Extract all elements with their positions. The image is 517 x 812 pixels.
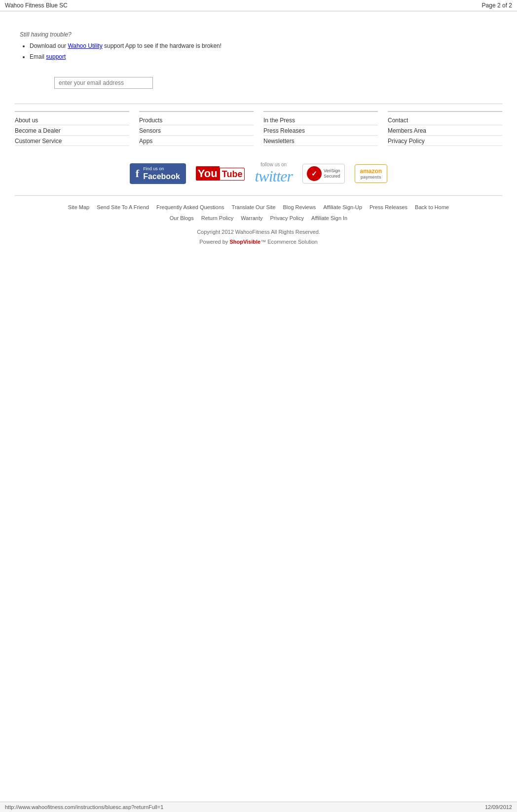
email-input[interactable] [54, 77, 153, 89]
facebook-badge[interactable]: f Find us on Facebook [130, 163, 186, 184]
bottom-link-back-to-home[interactable]: Back to Home [415, 204, 449, 210]
footer-link-sensors[interactable]: Sensors [139, 126, 254, 136]
footer-col-1: About us Become a Dealer Customer Servic… [15, 111, 129, 147]
youtube-tube: Tube [220, 168, 245, 181]
trouble-list: Download our Wahoo Utility support App t… [20, 41, 502, 62]
bottom-links: Site Map Send Site To A Friend Frequentl… [15, 195, 502, 223]
verisign-badge: ✓ VeriSignSecured [302, 164, 345, 184]
footer-col-3: In the Press Press Releases Newsletters [263, 111, 378, 147]
browser-url: http://www.wahoofitness.com/instructions… [5, 804, 163, 810]
browser-date: 12/09/2012 [485, 804, 512, 810]
bottom-link-affiliate-signup[interactable]: Affiliate Sign-Up [323, 204, 362, 210]
trouble-item-2: Email support [30, 52, 502, 63]
footer-col-2-header [139, 111, 254, 114]
facebook-name: Facebook [143, 172, 180, 181]
twitter-logo: twitter [255, 167, 293, 185]
bottom-link-send-site[interactable]: Send Site To A Friend [97, 204, 149, 210]
page-number: Page 2 of 2 [482, 2, 512, 9]
bottom-link-affiliate-signin[interactable]: Affiliate Sign In [311, 215, 347, 221]
footer-col-3-header [263, 111, 378, 114]
amazon-name: amazon [360, 168, 382, 175]
bottom-link-our-blogs[interactable]: Our Blogs [170, 215, 194, 221]
twitter-follow-text: follow us on [260, 162, 287, 167]
support-link[interactable]: support [46, 53, 66, 60]
footer-col-4: Contact Members Area Privacy Policy [388, 111, 502, 147]
copyright-section: Copyright 2012 WahooFitness All Rights R… [15, 227, 502, 247]
bottom-link-translate[interactable]: Translate Our Site [232, 204, 276, 210]
facebook-find-on: Find us on [143, 166, 180, 172]
facebook-text: Find us on Facebook [143, 166, 180, 181]
bottom-link-sitemap[interactable]: Site Map [68, 204, 89, 210]
copyright-powered-suffix: ™ Ecommerce Solution [260, 239, 318, 245]
bottom-link-return-policy[interactable]: Return Policy [201, 215, 233, 221]
email-section [54, 77, 502, 89]
trouble-item-1-suffix: support App to see if the hardware is br… [103, 42, 222, 49]
shopvisible-brand: ShopVisible [229, 239, 260, 245]
footer-col-4-header [388, 111, 502, 114]
facebook-icon: f [136, 167, 139, 180]
bottom-links-row2: Our Blogs Return Policy Warranty Privacy… [15, 213, 502, 223]
footer-link-products[interactable]: Products [139, 116, 254, 125]
verisign-text: VeriSignSecured [324, 168, 340, 180]
trouble-section: Still having trouble? Download our Wahoo… [15, 31, 502, 62]
youtube-badge[interactable]: YouTube [196, 167, 245, 180]
amazon-sub: payments [360, 175, 382, 180]
bottom-link-faq[interactable]: Frequently Asked Questions [156, 204, 224, 210]
bottom-link-warranty[interactable]: Warranty [241, 215, 262, 221]
bottom-link-blog-reviews[interactable]: Blog Reviews [283, 204, 316, 210]
wahoo-utility-link[interactable]: Wahoo Utility [68, 42, 102, 49]
footer-link-in-the-press[interactable]: In the Press [263, 116, 378, 125]
footer-link-contact[interactable]: Contact [388, 116, 502, 125]
trouble-item-1-prefix: Download our [30, 42, 68, 49]
bottom-link-privacy-policy-bottom[interactable]: Privacy Policy [270, 215, 304, 221]
browser-title-bar: Wahoo Fitness Blue SC Page 2 of 2 [0, 0, 517, 11]
footer-col-1-header [15, 111, 129, 114]
youtube-logo: YouTube [196, 167, 245, 180]
footer-link-customer-service[interactable]: Customer Service [15, 137, 129, 146]
trouble-item-1: Download our Wahoo Utility support App t… [30, 41, 502, 52]
footer-link-about-us[interactable]: About us [15, 116, 129, 125]
footer-link-members-area[interactable]: Members Area [388, 126, 502, 136]
amazon-payments-badge: amazon payments [355, 164, 388, 183]
browser-footer-bar: http://www.wahoofitness.com/instructions… [0, 802, 517, 812]
footer-link-apps[interactable]: Apps [139, 137, 254, 146]
copyright-powered-prefix: Powered by [199, 239, 229, 245]
footer-link-privacy-policy[interactable]: Privacy Policy [388, 137, 502, 146]
trouble-title: Still having trouble? [20, 31, 502, 38]
trouble-item-2-prefix: Email [30, 53, 46, 60]
footer-link-become-dealer[interactable]: Become a Dealer [15, 126, 129, 136]
twitter-badge[interactable]: follow us on twitter [255, 162, 293, 185]
social-row: f Find us on Facebook YouTube follow us … [15, 162, 502, 185]
footer-nav: About us Become a Dealer Customer Servic… [15, 104, 502, 147]
footer-link-press-releases[interactable]: Press Releases [263, 126, 378, 136]
youtube-you: You [196, 166, 220, 181]
page-title: Wahoo Fitness Blue SC [5, 2, 68, 9]
footer-link-newsletters[interactable]: Newsletters [263, 137, 378, 146]
copyright-text: Copyright 2012 WahooFitness All Rights R… [15, 227, 502, 237]
verisign-check-icon: ✓ [307, 166, 322, 181]
bottom-link-press-releases[interactable]: Press Releases [369, 204, 407, 210]
bottom-links-row1: Site Map Send Site To A Friend Frequentl… [15, 202, 502, 213]
copyright-powered-by: Powered by ShopVisible™ Ecommerce Soluti… [15, 237, 502, 247]
footer-col-2: Products Sensors Apps [139, 111, 254, 147]
